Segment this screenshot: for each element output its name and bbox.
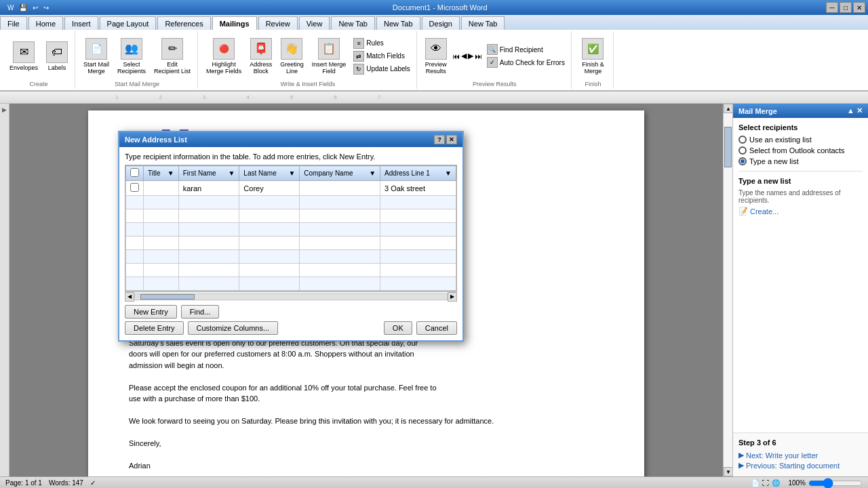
row-company-cell[interactable] <box>300 181 380 196</box>
tab-references[interactable]: References <box>157 16 210 30</box>
window-controls: ─ □ ✕ <box>826 2 865 13</box>
envelopes-button[interactable]: ✉ Envelopes <box>7 40 41 73</box>
start-mail-merge-button[interactable]: 📄 Start Mail Merge <box>81 37 112 76</box>
table-row-empty-7[interactable] <box>126 277 456 291</box>
table-row-empty-5[interactable] <box>126 250 456 264</box>
tab-new-tab-2[interactable]: New Tab <box>376 16 420 30</box>
close-button[interactable]: ✕ <box>853 2 865 13</box>
table-row-empty-1[interactable] <box>126 196 456 209</box>
next-step-link[interactable]: ▶ Next: Write your letter <box>738 451 863 460</box>
row-checkbox-cell[interactable] <box>126 181 144 196</box>
match-fields-icon: ⇄ <box>353 51 364 62</box>
nav-last-btn[interactable]: ⏭ <box>475 52 482 60</box>
preview-results-icon: 👁 <box>425 38 447 60</box>
view-full-screen-icon[interactable]: ⛶ <box>762 479 769 487</box>
scroll-track[interactable] <box>724 113 732 467</box>
tab-page-layout[interactable]: Page Layout <box>100 16 157 30</box>
zoom-slider[interactable] <box>808 478 863 489</box>
match-fields-button[interactable]: ⇄ Match Fields <box>351 50 412 62</box>
redo-btn[interactable]: ↪ <box>41 3 51 12</box>
nav-prev-btn[interactable]: ◀ <box>461 52 467 60</box>
document-area[interactable]: Marge Name of business Street City, stat… <box>9 104 723 476</box>
new-entry-button[interactable]: New Entry <box>125 305 177 319</box>
update-labels-button[interactable]: ↻ Update Labels <box>351 63 412 75</box>
row-title-cell[interactable] <box>144 181 179 196</box>
option-outlook[interactable]: Select from Outlook contacts <box>738 146 863 155</box>
view-print-icon[interactable]: 📄 <box>751 479 760 487</box>
radio-new-list[interactable] <box>738 157 747 165</box>
customize-columns-button[interactable]: Customize Columns... <box>188 321 279 335</box>
tab-new-tab-1[interactable]: New Tab <box>331 16 375 30</box>
save-btn[interactable]: 💾 <box>17 3 29 12</box>
row-last-name-cell[interactable]: Corey <box>239 181 300 196</box>
option-existing-list[interactable]: Use an existing list <box>738 136 863 144</box>
col-header-first-name[interactable]: First Name▼ <box>178 166 239 181</box>
labels-button[interactable]: 🏷 Labels <box>43 40 71 73</box>
radio-existing-list[interactable] <box>738 136 747 144</box>
radio-outlook[interactable] <box>738 146 747 155</box>
tab-new-tab-3[interactable]: New Tab <box>461 16 505 30</box>
scroll-down-button[interactable]: ▼ <box>724 467 733 476</box>
nav-first-btn[interactable]: ⏮ <box>452 52 460 60</box>
tab-file[interactable]: File <box>0 16 27 30</box>
undo-btn[interactable]: ↩ <box>31 3 40 12</box>
tab-view[interactable]: View <box>299 16 330 30</box>
select-all-checkbox[interactable] <box>130 168 139 177</box>
maximize-button[interactable]: □ <box>840 2 852 13</box>
table-row-empty-3[interactable] <box>126 223 456 237</box>
table-row[interactable]: karan Corey 3 Oak street <box>126 181 456 196</box>
nav-next-btn[interactable]: ▶ <box>468 52 473 60</box>
scroll-left-button[interactable]: ◀ <box>125 292 134 302</box>
col-header-address1[interactable]: Address Line 1▼ <box>380 166 456 181</box>
finish-merge-button[interactable]: ✅ Finish & Merge <box>579 37 607 76</box>
rules-button[interactable]: ≡ Rules <box>351 37 412 49</box>
auto-check-button[interactable]: ✓ Auto Check for Errors <box>485 56 567 68</box>
dialog-help-button[interactable]: ? <box>434 135 445 144</box>
address-table-container[interactable]: Title▼ First Name▼ Last Name▼ <box>125 165 457 291</box>
col-header-company[interactable]: Company Name▼ <box>300 166 380 181</box>
table-scrollbar[interactable]: ◀ ▶ <box>125 291 457 301</box>
option-new-list[interactable]: Type a new list <box>738 157 863 165</box>
select-recipients-button[interactable]: 👥 Select Recipients <box>115 37 149 76</box>
highlight-merge-fields-button[interactable]: 🔴 Highlight Merge Fields <box>203 37 244 76</box>
row-checkbox[interactable] <box>130 183 139 192</box>
table-row-empty-2[interactable] <box>126 209 456 223</box>
row-address1-cell[interactable]: 3 Oak street <box>380 181 456 196</box>
minimize-button[interactable]: ─ <box>826 2 838 13</box>
scroll-thumb[interactable] <box>724 127 732 167</box>
find-button[interactable]: Find... <box>181 305 220 319</box>
create-link[interactable]: 📝 Create... <box>738 207 863 216</box>
table-row-empty-6[interactable] <box>126 264 456 277</box>
scroll-up-button[interactable]: ▲ <box>724 104 733 113</box>
tab-home[interactable]: Home <box>28 16 63 30</box>
prev-step-link[interactable]: ▶ Previous: Starting document <box>738 461 863 470</box>
delete-entry-button[interactable]: Delete Entry <box>125 321 184 335</box>
tab-mailings[interactable]: Mailings <box>212 16 257 30</box>
start-mail-merge-label: Start Mail Merge <box>83 61 109 75</box>
edit-recipient-list-button[interactable]: ✏ Edit Recipient List <box>151 37 193 76</box>
col-header-title[interactable]: Title▼ <box>144 166 179 181</box>
ok-button[interactable]: OK <box>384 321 412 335</box>
find-recipient-button[interactable]: 🔍 Find Recipient <box>485 43 567 56</box>
col-header-last-name[interactable]: Last Name▼ <box>239 166 300 181</box>
col-header-checkbox[interactable] <box>126 166 144 181</box>
tab-review[interactable]: Review <box>258 16 298 30</box>
finish-merge-icon: ✅ <box>582 38 604 60</box>
row-first-name-cell[interactable]: karan <box>178 181 239 196</box>
tab-insert[interactable]: Insert <box>64 16 98 30</box>
view-web-icon[interactable]: 🌐 <box>772 479 780 487</box>
cancel-button[interactable]: Cancel <box>416 321 457 335</box>
dialog-close-button[interactable]: ✕ <box>446 135 457 144</box>
preview-results-button[interactable]: 👁 Preview Results <box>422 37 450 76</box>
doc-vertical-scrollbar[interactable]: ▲ ▼ <box>723 104 732 476</box>
preview-group-label: Preview Results <box>473 79 517 87</box>
address-block-button[interactable]: 📮 Address Block <box>247 37 275 76</box>
scrollbar-thumb[interactable] <box>140 294 195 300</box>
panel-close-button[interactable]: ✕ <box>856 106 863 115</box>
scroll-right-button[interactable]: ▶ <box>448 292 457 302</box>
tab-design[interactable]: Design <box>422 16 460 30</box>
table-row-empty-4[interactable] <box>126 237 456 250</box>
greeting-line-button[interactable]: 👋 Greeting Line <box>277 37 307 76</box>
insert-merge-field-button[interactable]: 📋 Insert Merge Field <box>309 37 349 76</box>
panel-collapse-button[interactable]: ▲ <box>847 106 854 115</box>
